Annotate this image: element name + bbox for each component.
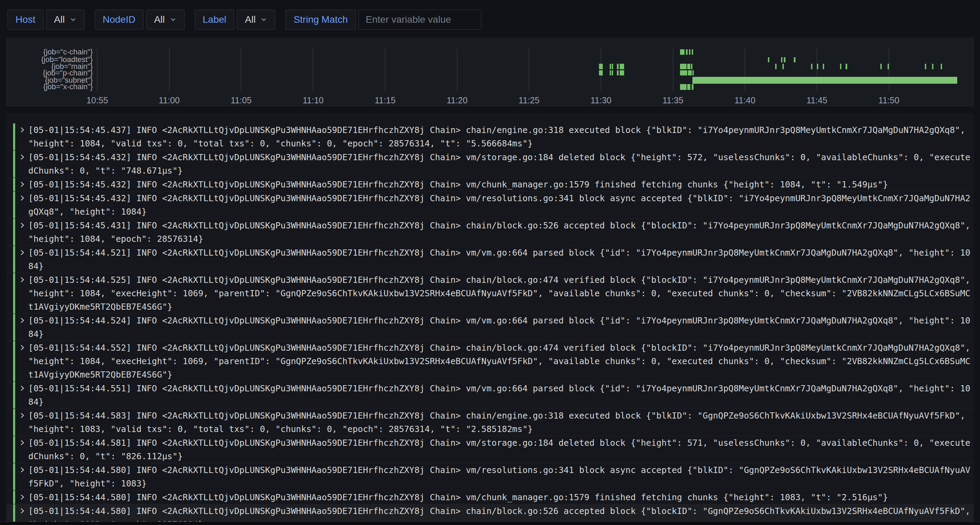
event-tick bbox=[599, 64, 603, 69]
log-row[interactable]: [05-01|15:54:45.432] INFO <2AcRkXTLLtQjv… bbox=[6, 178, 974, 192]
expand-chevron-icon[interactable] bbox=[19, 382, 28, 409]
log-row[interactable]: [05-01|15:54:44.525] INFO <2AcRkXTLLtQjv… bbox=[6, 273, 974, 314]
log-row[interactable]: [05-01|15:54:44.581] INFO <2AcRkXTLLtQjv… bbox=[6, 436, 974, 463]
log-level-bar bbox=[13, 341, 15, 381]
variable-label-label: Label bbox=[195, 10, 234, 30]
event-tick bbox=[687, 84, 690, 90]
log-row[interactable]: [05-01|15:54:45.432] INFO <2AcRkXTLLtQjv… bbox=[6, 192, 974, 219]
expand-chevron-icon[interactable] bbox=[19, 490, 28, 504]
x-gridline bbox=[313, 49, 313, 91]
event-tick bbox=[925, 64, 926, 69]
bottom-scrollbar-track[interactable] bbox=[0, 522, 980, 525]
x-gridline bbox=[601, 49, 601, 91]
event-tick bbox=[612, 70, 613, 75]
x-gridline bbox=[673, 49, 673, 91]
log-row[interactable]: [05-01|15:54:44.521] INFO <2AcRkXTLLtQjv… bbox=[6, 246, 974, 273]
log-level-bar bbox=[13, 463, 15, 490]
log-level-bar bbox=[13, 219, 15, 246]
event-tick bbox=[781, 57, 783, 62]
x-gridline bbox=[169, 49, 170, 91]
event-tick bbox=[617, 64, 619, 69]
expand-chevron-icon[interactable] bbox=[19, 178, 28, 191]
x-axis-label: 11:00 bbox=[159, 95, 180, 105]
x-axis-label: 11:05 bbox=[231, 95, 252, 105]
log-message: [05-01|15:54:44.521] INFO <2AcRkXTLLtQjv… bbox=[28, 246, 973, 273]
log-level-bar bbox=[13, 192, 15, 219]
expand-chevron-icon[interactable] bbox=[19, 314, 28, 341]
log-list: [05-01|15:54:45.437] INFO <2AcRkXTLLtQjv… bbox=[6, 123, 974, 522]
log-message: [05-01|15:54:44.580] INFO <2AcRkXTLLtQjv… bbox=[28, 463, 973, 490]
grafana-dashboard: HostAllNodeIDAllLabelAll String Match {j… bbox=[0, 0, 980, 525]
x-gridline bbox=[816, 49, 817, 91]
expand-chevron-icon[interactable] bbox=[19, 123, 28, 150]
variable-select-label[interactable]: All bbox=[237, 10, 275, 30]
event-tick bbox=[610, 70, 611, 75]
x-gridline bbox=[241, 49, 241, 91]
x-gridline bbox=[745, 49, 745, 91]
x-axis-label: 11:45 bbox=[807, 95, 827, 105]
log-level-bar bbox=[13, 314, 15, 341]
expand-chevron-icon[interactable] bbox=[19, 504, 28, 522]
variable-group-label: LabelAll bbox=[195, 10, 275, 30]
string-match-label: String Match bbox=[286, 10, 356, 30]
log-message: [05-01|15:54:45.432] INFO <2AcRkXTLLtQjv… bbox=[28, 178, 973, 191]
event-tick bbox=[610, 64, 611, 69]
event-tick bbox=[686, 49, 687, 55]
variable-select-nodeid[interactable]: All bbox=[146, 10, 185, 30]
event-tick bbox=[823, 64, 824, 69]
expand-chevron-icon[interactable] bbox=[19, 341, 28, 381]
event-tick bbox=[680, 70, 687, 75]
log-row[interactable]: [05-01|15:54:44.552] INFO <2AcRkXTLLtQjv… bbox=[6, 341, 974, 382]
log-level-bar bbox=[13, 409, 15, 436]
event-tick bbox=[941, 64, 942, 69]
expand-chevron-icon[interactable] bbox=[19, 273, 28, 314]
log-message: [05-01|15:54:44.551] INFO <2AcRkXTLLtQjv… bbox=[28, 382, 973, 409]
log-message: [05-01|15:54:45.432] INFO <2AcRkXTLLtQjv… bbox=[28, 151, 973, 178]
event-tick bbox=[691, 64, 692, 69]
x-axis-label: 11:25 bbox=[519, 95, 540, 105]
x-gridline bbox=[97, 49, 98, 91]
log-message: [05-01|15:54:45.437] INFO <2AcRkXTLLtQjv… bbox=[28, 123, 973, 150]
string-match-input[interactable] bbox=[359, 10, 481, 30]
logs-panel: [05-01|15:54:45.437] INFO <2AcRkXTLLtQjv… bbox=[6, 114, 974, 522]
log-row[interactable]: [05-01|15:54:44.580] INFO <2AcRkXTLLtQjv… bbox=[6, 463, 974, 490]
x-gridline bbox=[457, 49, 458, 91]
expand-chevron-icon[interactable] bbox=[19, 151, 28, 178]
variable-value: All bbox=[154, 14, 165, 25]
event-tick bbox=[692, 49, 693, 55]
event-tick bbox=[617, 70, 619, 75]
event-tick bbox=[689, 49, 690, 55]
variable-value: All bbox=[54, 14, 65, 25]
expand-chevron-icon[interactable] bbox=[19, 192, 28, 219]
log-message: [05-01|15:54:44.581] INFO <2AcRkXTLLtQjv… bbox=[28, 436, 973, 463]
expand-chevron-icon[interactable] bbox=[19, 409, 28, 436]
log-row[interactable]: [05-01|15:54:44.524] INFO <2AcRkXTLLtQjv… bbox=[6, 314, 974, 341]
log-row[interactable]: [05-01|15:54:44.580] INFO <2AcRkXTLLtQjv… bbox=[6, 490, 974, 504]
log-level-bar bbox=[13, 246, 15, 273]
chevron-down-icon bbox=[170, 16, 177, 23]
event-tick bbox=[688, 70, 691, 75]
expand-chevron-icon[interactable] bbox=[19, 219, 28, 246]
event-tick bbox=[680, 64, 687, 69]
log-row[interactable]: [05-01|15:54:45.431] INFO <2AcRkXTLLtQjv… bbox=[6, 219, 974, 246]
event-tick bbox=[680, 49, 684, 55]
event-tick bbox=[620, 64, 624, 69]
event-tick bbox=[811, 64, 812, 69]
event-tick bbox=[620, 70, 624, 75]
log-message: [05-01|15:54:44.524] INFO <2AcRkXTLLtQjv… bbox=[28, 314, 973, 341]
log-row[interactable]: [05-01|15:54:44.551] INFO <2AcRkXTLLtQjv… bbox=[6, 382, 974, 409]
expand-chevron-icon[interactable] bbox=[19, 436, 28, 463]
log-row[interactable]: [05-01|15:54:45.437] INFO <2AcRkXTLLtQjv… bbox=[6, 123, 974, 151]
log-row[interactable]: [05-01|15:54:44.580] INFO <2AcRkXTLLtQjv… bbox=[6, 504, 974, 522]
log-row[interactable]: [05-01|15:54:44.583] INFO <2AcRkXTLLtQjv… bbox=[6, 409, 974, 436]
variable-select-host[interactable]: All bbox=[46, 10, 84, 30]
log-message: [05-01|15:54:45.431] INFO <2AcRkXTLLtQjv… bbox=[28, 219, 973, 246]
variable-group-nodeid: NodeIDAll bbox=[95, 10, 185, 30]
event-tick bbox=[599, 70, 603, 75]
expand-chevron-icon[interactable] bbox=[19, 463, 28, 490]
log-row[interactable]: [05-01|15:54:45.432] INFO <2AcRkXTLLtQjv… bbox=[6, 151, 974, 178]
x-axis-label: 11:15 bbox=[374, 95, 396, 105]
expand-chevron-icon[interactable] bbox=[19, 246, 28, 273]
log-level-bar bbox=[13, 382, 15, 409]
log-volume-panel: {job="c-chain"}{job="loadtest"}{job="mai… bbox=[6, 38, 974, 106]
